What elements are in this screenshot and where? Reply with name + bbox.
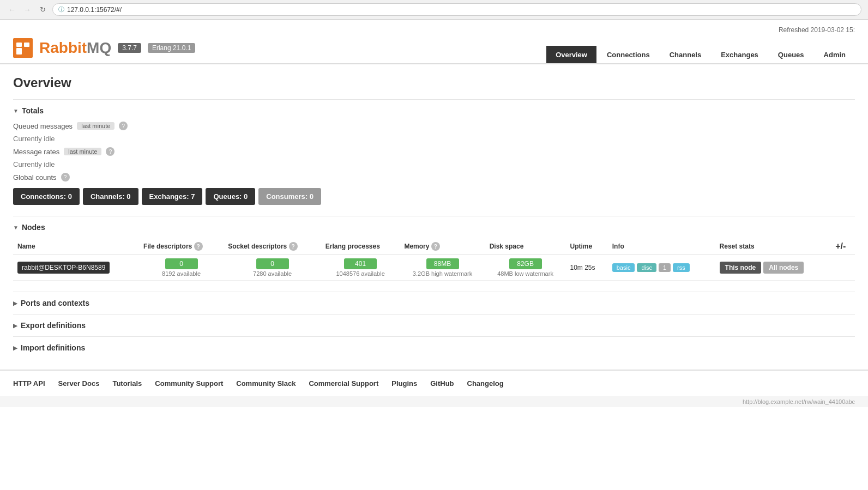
bottom-link: http://blog.example.net/rw/wain_44100abc [743,398,855,405]
socket-descriptors-value: 0 [256,258,289,269]
tab-connections[interactable]: Connections [598,46,659,63]
back-button[interactable]: ← [7,4,17,15]
info-number-btn[interactable]: 1 [659,263,671,272]
consumers-count-btn[interactable]: Consumers: 0 [258,188,321,205]
global-counts-help[interactable]: ? [61,173,70,182]
export-label: Export definitions [21,321,86,330]
info-rss-btn[interactable]: rss [673,263,690,272]
footer-plugins[interactable]: Plugins [391,379,417,388]
app-header: RabbitMQ 3.7.7 Erlang 21.0.1 Refreshed 2… [0,20,868,64]
tab-queues[interactable]: Queues [769,46,813,63]
info-buttons: basic disc 1 rss [612,263,711,272]
footer-github[interactable]: GitHub [430,379,454,388]
socket-descriptors-help[interactable]: ? [289,242,298,251]
svg-rect-3 [24,43,29,47]
export-header[interactable]: ▶ Export definitions [13,321,855,330]
nodes-label: Nodes [22,223,45,232]
col-disk-space: Disk space [485,238,566,255]
logo-area: RabbitMQ 3.7.7 Erlang 21.0.1 [13,38,195,63]
exchanges-count-btn[interactable]: Exchanges: 7 [142,188,203,205]
svg-rect-2 [16,43,22,47]
col-info: Info [608,238,715,255]
logo-text: RabbitMQ [39,39,111,57]
page-title: Overview [13,75,855,90]
ports-section: ▶ Ports and contexts [13,292,855,314]
logo-icon [13,38,33,58]
col-plus[interactable]: +/- [831,238,855,255]
url-text: 127.0.0.1:15672/#/ [67,6,122,14]
nav-tabs: Overview Connections Channels Exchanges … [546,46,855,63]
forward-button[interactable]: → [22,4,33,15]
file-descriptors-value: 0 [165,258,198,269]
count-buttons: Connections: 0 Channels: 0 Exchanges: 7 … [13,188,855,205]
file-descriptors-sub: 8192 available [162,270,201,277]
info-disc-btn[interactable]: disc [637,263,656,272]
disk-space-value: 82GB [509,258,542,269]
svg-rect-0 [13,38,33,58]
reset-this-node-btn[interactable]: This node [720,262,762,274]
memory-help[interactable]: ? [431,242,440,251]
queues-count-btn[interactable]: Queues: 0 [206,188,255,205]
socket-descriptors-sub: 7280 available [253,270,292,277]
queued-messages-help[interactable]: ? [119,122,128,130]
memory-value: 88MB [426,258,459,269]
version-badge: 3.7.7 [118,43,141,53]
global-counts-label: Global counts [13,173,57,182]
export-section: ▶ Export definitions [13,314,855,336]
lock-icon: ⓘ [58,5,64,14]
export-arrow-icon: ▶ [13,323,17,329]
import-header[interactable]: ▶ Import definitions [13,343,855,352]
footer-community-support[interactable]: Community Support [155,379,223,388]
footer-tutorials[interactable]: Tutorials [112,379,142,388]
queued-messages-label: Queued messages [13,122,73,130]
global-counts-row: Global counts ? [13,173,855,182]
nav-and-refresh: Refreshed 2019-03-02 15: Overview Connec… [546,26,855,63]
nodes-section: ▼ Nodes Name File descriptors ? Socket d… [13,216,855,281]
erlang-badge: Erlang 21.0.1 [148,43,195,53]
reset-all-nodes-btn[interactable]: All nodes [763,262,804,274]
ports-header[interactable]: ▶ Ports and contexts [13,299,855,307]
connections-count-btn[interactable]: Connections: 0 [13,188,80,205]
footer-http-api[interactable]: HTTP API [13,379,45,388]
nodes-table: Name File descriptors ? Socket descripto… [13,238,855,281]
svg-rect-1 [16,48,22,55]
address-bar[interactable]: ⓘ 127.0.0.1:15672/#/ [52,3,861,16]
queued-messages-badge: last minute [77,122,114,130]
channels-count-btn[interactable]: Channels: 0 [83,188,138,205]
uptime-value: 10m 25s [570,264,595,271]
message-rates-idle-text: Currently idle [13,160,855,168]
browser-bar: ← → ↻ ⓘ 127.0.0.1:15672/#/ [0,0,868,20]
reload-button[interactable]: ↻ [37,4,48,15]
nodes-header[interactable]: ▼ Nodes [13,223,855,232]
memory-cell: 88MB 3.2GB high watermark [400,255,485,281]
ports-label: Ports and contexts [21,299,89,307]
import-section: ▶ Import definitions [13,336,855,359]
footer-commercial-support[interactable]: Commercial Support [309,379,378,388]
message-rates-help[interactable]: ? [106,147,114,156]
footer: HTTP API Server Docs Tutorials Community… [0,370,868,396]
col-erlang-processes: Erlang processes [321,238,400,255]
extra-cell [831,255,855,281]
totals-section: ▼ Totals Queued messages last minute ? C… [13,99,855,205]
nodes-arrow-icon: ▼ [13,225,19,231]
footer-changelog[interactable]: Changelog [467,379,504,388]
file-descriptors-cell: 0 8192 available [139,255,224,281]
tab-exchanges[interactable]: Exchanges [712,46,768,63]
tab-admin[interactable]: Admin [815,46,855,63]
col-reset-stats: Reset stats [715,238,831,255]
tab-channels[interactable]: Channels [660,46,711,63]
queued-messages-row: Queued messages last minute ? [13,122,855,130]
logo-rabbit: Rabbit [39,39,87,56]
logo-mq: MQ [87,39,111,56]
erlang-processes-sub: 1048576 available [336,270,384,277]
file-descriptors-help[interactable]: ? [194,242,203,251]
erlang-processes-value: 401 [344,258,377,269]
totals-header[interactable]: ▼ Totals [13,106,855,115]
footer-community-slack[interactable]: Community Slack [236,379,296,388]
footer-server-docs[interactable]: Server Docs [58,379,100,388]
plus-minus-btn[interactable]: +/- [835,241,846,251]
info-basic-btn[interactable]: basic [612,263,635,272]
tab-overview[interactable]: Overview [546,46,596,63]
import-label: Import definitions [21,343,85,352]
message-rates-badge: last minute [64,148,101,155]
